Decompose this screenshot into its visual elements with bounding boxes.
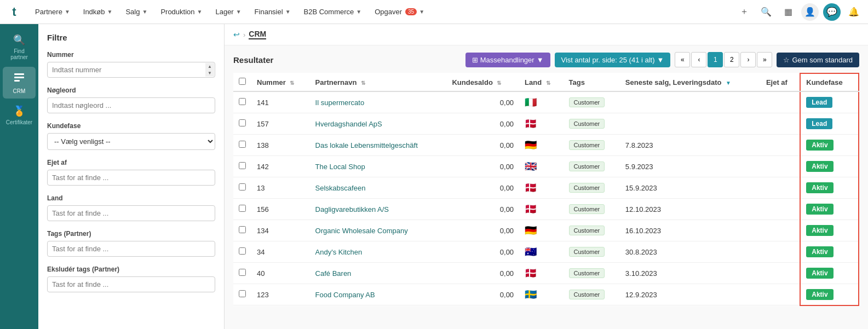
sidebar-item-certifikater[interactable]: 🏅 Certifikater xyxy=(3,101,36,130)
th-nummer[interactable]: Nummer ⇅ xyxy=(251,73,310,91)
nav-partnere[interactable]: Partnere ▼ xyxy=(30,4,76,19)
cell-land: 🇩🇪 xyxy=(519,135,563,156)
spin-down[interactable]: ▼ xyxy=(205,70,214,77)
cell-seneste-salg: 3.10.2023 xyxy=(620,263,761,284)
cell-partnernavn[interactable]: Organic Wholesale Company xyxy=(310,220,447,241)
tags-input[interactable] xyxy=(47,241,215,257)
status-badge[interactable]: Lead xyxy=(806,118,832,129)
add-button[interactable]: ＋ xyxy=(735,3,753,21)
sidebar-item-find-partner[interactable]: 🔍 Find partner xyxy=(3,30,36,65)
th-land[interactable]: Land ⇅ xyxy=(519,73,563,91)
cell-partnernavn[interactable]: Hverdagshandel ApS xyxy=(310,113,447,135)
status-badge[interactable]: Lead xyxy=(806,97,832,108)
cell-kundefase: Aktiv xyxy=(800,156,859,177)
cell-land: 🇮🇹 xyxy=(519,91,563,113)
cell-kundefase: Aktiv xyxy=(800,199,859,220)
status-badge[interactable]: Aktiv xyxy=(806,225,833,236)
page-prev-prev[interactable]: « xyxy=(675,52,690,67)
mass-action-button[interactable]: ⊞ Massehandlinger ▼ xyxy=(465,53,550,67)
row-checkbox[interactable] xyxy=(239,226,246,233)
cell-land: 🇩🇪 xyxy=(519,220,563,241)
nav-b2b[interactable]: B2B Commerce ▼ xyxy=(298,4,367,19)
row-checkbox[interactable] xyxy=(239,205,246,212)
chevron-down-icon: ▼ xyxy=(419,9,424,15)
cell-seneste-salg: 5.9.2023 xyxy=(620,156,761,177)
th-ejet-af: Ejet af xyxy=(761,73,800,91)
row-checkbox[interactable] xyxy=(239,269,246,276)
status-badge[interactable]: Aktiv xyxy=(806,246,833,257)
cell-partnernavn[interactable]: Il supermercato xyxy=(310,91,447,113)
nøgleord-input[interactable] xyxy=(47,97,215,113)
row-checkbox[interactable] xyxy=(239,183,246,191)
eksluder-tags-input[interactable] xyxy=(47,276,215,292)
sort-icon-partnernavn: ⇅ xyxy=(361,80,365,86)
sidebar-item-crm[interactable]: CRM xyxy=(3,67,36,99)
page-1[interactable]: 1 xyxy=(708,52,723,67)
page-2[interactable]: 2 xyxy=(724,52,739,67)
user-icon[interactable]: 👤 xyxy=(801,3,819,21)
breadcrumb-crm[interactable]: CRM xyxy=(249,30,266,39)
row-checkbox-cell xyxy=(233,177,251,199)
land-input[interactable] xyxy=(47,205,215,221)
cell-partnernavn[interactable]: Dagligvarebutikken A/S xyxy=(310,199,447,220)
status-badge[interactable]: Aktiv xyxy=(806,289,833,300)
page-next[interactable]: › xyxy=(740,52,756,67)
nav-produktion[interactable]: Produktion ▼ xyxy=(155,4,208,19)
chevron-down-icon: ▼ xyxy=(356,9,361,15)
cell-kundesaldo: 0,00 xyxy=(446,156,519,177)
row-checkbox[interactable] xyxy=(239,141,246,148)
spin-up[interactable]: ▲ xyxy=(205,63,214,70)
status-badge[interactable]: Aktiv xyxy=(806,182,833,193)
cell-kundefase: Aktiv xyxy=(800,135,859,156)
filter-label-eksluder-tags: Eksludér tags (Partner) xyxy=(47,265,215,273)
status-badge[interactable]: Aktiv xyxy=(806,140,833,151)
nav-opgaver[interactable]: Opgaver 35 ▼ xyxy=(369,4,430,19)
chat-icon[interactable]: 💬 xyxy=(823,3,841,21)
status-badge[interactable]: Aktiv xyxy=(806,161,833,172)
nummer-input[interactable] xyxy=(47,62,215,78)
cell-land: 🇩🇰 xyxy=(519,177,563,199)
th-partnernavn[interactable]: Partnernavn ⇅ xyxy=(310,73,447,91)
status-badge[interactable]: Aktiv xyxy=(806,204,833,215)
row-checkbox-cell xyxy=(233,241,251,263)
kundefase-select[interactable]: -- Vælg venligst -- Lead Aktiv Inaktiv xyxy=(47,133,215,150)
barcode-icon[interactable]: ▦ xyxy=(779,3,797,21)
status-badge[interactable]: Aktiv xyxy=(806,268,833,279)
cell-seneste-salg: 12.10.2023 xyxy=(620,199,761,220)
row-checkbox[interactable] xyxy=(239,247,246,255)
certifikater-icon: 🏅 xyxy=(13,105,25,117)
notifications-icon[interactable]: 🔔 xyxy=(845,3,863,21)
content-area: ↩ › CRM Resultater ⊞ Massehandlinger ▼ V… xyxy=(225,24,868,329)
row-checkbox-cell xyxy=(233,135,251,156)
chevron-down-icon: ▼ xyxy=(657,56,664,64)
nav-lager[interactable]: Lager ▼ xyxy=(210,4,246,19)
cell-partnernavn[interactable]: The Local Shop xyxy=(310,156,447,177)
nav-salg[interactable]: Salg ▼ xyxy=(120,4,153,19)
select-all-checkbox[interactable] xyxy=(239,78,246,85)
main-layout: 🔍 Find partner CRM 🏅 Certifikater Filtre… xyxy=(0,24,868,329)
row-checkbox[interactable] xyxy=(239,98,246,105)
cell-kundefase: Aktiv xyxy=(800,220,859,241)
th-seneste-salg[interactable]: Seneste salg, Leveringsdato ▼ xyxy=(620,73,761,91)
nav-indkob[interactable]: Indkøb ▼ xyxy=(78,4,118,19)
row-checkbox[interactable] xyxy=(239,162,246,169)
row-checkbox[interactable] xyxy=(239,119,246,126)
page-next-next[interactable]: » xyxy=(757,52,772,67)
row-checkbox[interactable] xyxy=(239,290,246,297)
cell-partnernavn[interactable]: Food Company AB xyxy=(310,284,447,305)
cell-partnernavn[interactable]: Andy's Kitchen xyxy=(310,241,447,263)
cell-partnernavn[interactable]: Selskabscafeen xyxy=(310,177,447,199)
cell-kundefase: Aktiv xyxy=(800,177,859,199)
back-button[interactable]: ↩ xyxy=(233,30,240,39)
cell-partnernavn[interactable]: Café Baren xyxy=(310,263,447,284)
page-prev[interactable]: ‹ xyxy=(691,52,706,67)
cell-partnernavn[interactable]: Das lokale Lebensmittelgeschäft xyxy=(310,135,447,156)
nav-finansiel[interactable]: Finansiel ▼ xyxy=(249,4,296,19)
save-standard-button[interactable]: ☆ Gem som standard xyxy=(777,53,859,67)
cell-nummer: 123 xyxy=(251,284,310,305)
show-count-button[interactable]: Vist antal pr. side: 25 (41 i alt) ▼ xyxy=(555,53,671,67)
cell-tags: Customer xyxy=(564,263,620,284)
search-icon[interactable]: 🔍 xyxy=(757,3,775,21)
th-kundesaldo[interactable]: Kundesaldo ⇅ xyxy=(446,73,519,91)
ejet-af-input[interactable] xyxy=(47,170,215,186)
